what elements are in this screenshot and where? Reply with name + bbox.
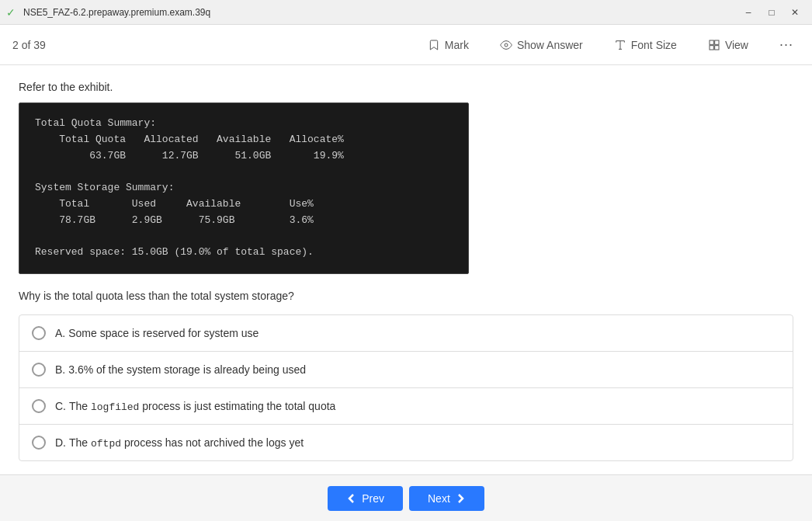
prev-button[interactable]: Prev xyxy=(328,486,403,511)
question-text: Why is the total quota less than the tot… xyxy=(19,290,793,302)
app-icon: ✓ xyxy=(6,6,19,19)
refer-text: Refer to the exhibit. xyxy=(19,81,793,93)
exhibit-line-5: System Storage Summary: xyxy=(35,180,453,196)
radio-a[interactable] xyxy=(32,326,46,340)
option-c-label: C. xyxy=(55,400,66,412)
eye-icon xyxy=(500,39,512,51)
option-d-code: oftpd xyxy=(91,438,121,450)
svg-rect-3 xyxy=(710,45,713,49)
more-button[interactable]: ··· xyxy=(773,33,800,56)
toolbar: 2 of 39 Mark Show Answer Font Size xyxy=(0,25,812,65)
svg-point-0 xyxy=(505,43,508,47)
option-a-text: Some space is reserved for system use xyxy=(68,327,259,339)
chevron-left-icon xyxy=(346,493,357,504)
option-d[interactable]: D. The oftpd process has not archived th… xyxy=(19,425,793,460)
exhibit-line-9: Reserved space: 15.0GB (19.0% of total s… xyxy=(35,245,453,261)
option-b-text: 3.6% of the system storage is already be… xyxy=(68,363,306,376)
view-icon xyxy=(708,39,720,51)
window-title: NSE5_FAZ-6.2.prepaway.premium.exam.39q xyxy=(23,7,737,18)
exhibit: Total Quota Summary: Total Quota Allocat… xyxy=(19,102,469,274)
window-controls: – □ ✕ xyxy=(737,5,806,20)
radio-d[interactable] xyxy=(32,436,46,450)
exhibit-line-4 xyxy=(35,164,453,180)
option-a[interactable]: A. Some space is reserved for system use xyxy=(19,315,793,352)
exhibit-line-6: Total Used Available Use% xyxy=(35,196,453,213)
close-button[interactable]: ✕ xyxy=(784,5,806,20)
toolbar-actions: Mark Show Answer Font Size View xyxy=(422,33,800,56)
option-d-label: D. xyxy=(55,436,66,449)
option-c[interactable]: C. The logfiled process is just estimati… xyxy=(19,388,793,425)
main-content: Refer to the exhibit. Total Quota Summar… xyxy=(0,65,812,474)
bottom-nav: Prev Next xyxy=(0,474,812,521)
exhibit-line-1: Total Quota Summary: xyxy=(35,116,453,132)
exhibit-line-7: 78.7GB 2.9GB 75.9GB 3.6% xyxy=(35,213,453,229)
svg-rect-1 xyxy=(710,40,713,44)
font-size-icon xyxy=(614,39,626,51)
bookmark-icon xyxy=(428,39,440,51)
radio-c[interactable] xyxy=(32,399,46,413)
minimize-button[interactable]: – xyxy=(737,5,759,20)
option-b[interactable]: B. 3.6% of the system storage is already… xyxy=(19,352,793,388)
exhibit-line-3: 63.7GB 12.7GB 51.0GB 19.9% xyxy=(35,148,453,165)
option-c-code: logfiled xyxy=(91,401,139,413)
exhibit-line-8 xyxy=(35,229,453,245)
option-c-text: The logfiled process is just estimating … xyxy=(69,400,335,413)
option-b-label: B. xyxy=(55,363,65,376)
radio-b[interactable] xyxy=(32,363,46,377)
option-a-label: A. xyxy=(55,327,65,339)
svg-rect-2 xyxy=(715,40,719,44)
maximize-button[interactable]: □ xyxy=(761,5,783,20)
question-counter: 2 of 39 xyxy=(12,39,46,51)
view-button[interactable]: View xyxy=(702,36,755,54)
show-answer-button[interactable]: Show Answer xyxy=(494,36,589,54)
options-container: A. Some space is reserved for system use… xyxy=(19,314,793,461)
title-bar: ✓ NSE5_FAZ-6.2.prepaway.premium.exam.39q… xyxy=(0,0,812,25)
svg-rect-4 xyxy=(715,45,719,49)
exhibit-line-2: Total Quota Allocated Available Allocate… xyxy=(35,132,453,148)
option-d-text: The oftpd process has not archived the l… xyxy=(69,436,304,450)
mark-button[interactable]: Mark xyxy=(422,36,475,54)
chevron-right-icon xyxy=(455,493,466,504)
next-button[interactable]: Next xyxy=(409,486,484,511)
font-size-button[interactable]: Font Size xyxy=(608,36,683,54)
